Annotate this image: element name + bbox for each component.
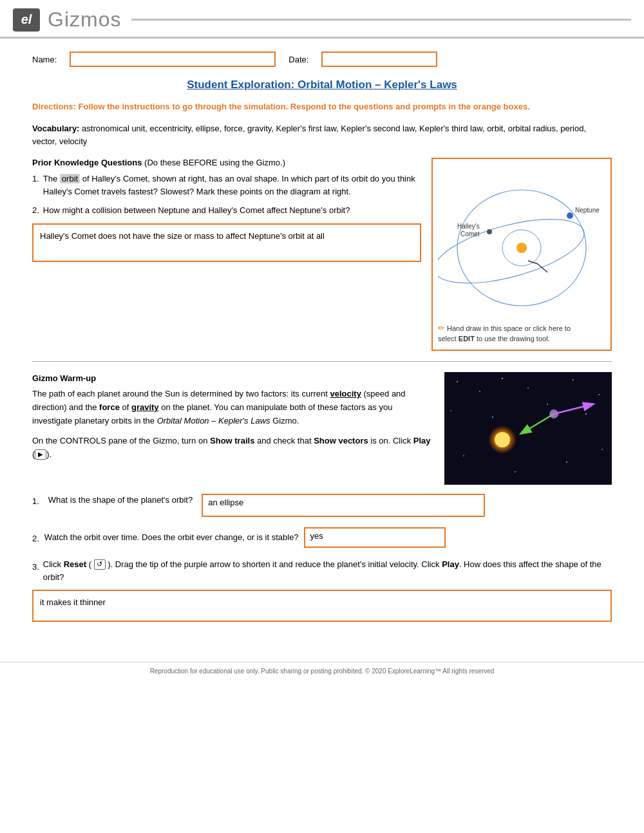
svg-point-1 [516, 243, 527, 253]
warmup-controls: On the CONTROLS pane of the Gizmo, turn … [32, 435, 434, 462]
list-item: 2. How might a collision between Neptune… [32, 204, 421, 217]
q2-answer-box[interactable]: yes [304, 527, 446, 548]
prior-knowledge-section: Prior Knowledge Questions (Do these BEFO… [32, 158, 612, 351]
page-title: Student Exploration: Orbital Motion – Ke… [32, 79, 612, 91]
page-footer: Reproduction for educational use only. P… [0, 662, 644, 680]
svg-point-5 [567, 212, 573, 219]
directions-text: Directions: Follow the instructions to g… [32, 100, 612, 113]
warmup-q3-section: 3. Click Reset ( ↺ ). Drag the tip of th… [32, 558, 612, 622]
svg-text:Comet: Comet [460, 230, 480, 238]
q3-answer-box[interactable]: it makes it thinner [32, 590, 612, 622]
q2-text: Watch the orbit over time. Does the orbi… [44, 532, 299, 542]
svg-rect-12 [444, 372, 612, 485]
svg-point-15 [502, 378, 503, 379]
name-date-row: Name: Date: [32, 51, 612, 67]
name-label: Name: [32, 55, 57, 64]
svg-point-25 [566, 462, 567, 463]
svg-rect-0 [438, 164, 605, 312]
prior-knowledge-list: 1. The orbit of Halley's Comet, shown at… [32, 173, 421, 217]
name-input[interactable] [70, 51, 276, 67]
date-input[interactable] [321, 51, 437, 67]
section-divider [32, 361, 612, 362]
main-content: Name: Date: Student Exploration: Orbital… [0, 39, 644, 642]
svg-point-21 [547, 404, 548, 405]
prior-knowledge-subheader: (Do these BEFORE using the Gizmo.) [144, 158, 285, 167]
prior-knowledge-left: Prior Knowledge Questions (Do these BEFO… [32, 158, 421, 351]
q3-num: 3. [32, 558, 39, 585]
answer-box-q2[interactable]: Halley's Comet does not have the size or… [32, 223, 421, 262]
svg-point-19 [450, 410, 451, 411]
svg-point-16 [527, 388, 529, 389]
reset-icon: ↺ [94, 559, 106, 570]
svg-text:Halley's: Halley's [457, 223, 480, 230]
prior-knowledge-header: Prior Knowledge Questions (Do these BEFO… [32, 158, 421, 167]
svg-text:Neptune: Neptune [575, 207, 600, 214]
orbit-image-box[interactable]: Neptune Halley's Comet ✏ Hand draw in th… [431, 158, 612, 351]
warmup-section: Gizmo Warm-up The path of each planet ar… [32, 372, 612, 485]
date-label: Date: [289, 55, 308, 64]
list-item: 1. The orbit of Halley's Comet, shown at… [32, 173, 421, 198]
app-title: Gizmos [48, 8, 121, 32]
svg-point-22 [585, 413, 587, 415]
svg-point-7 [487, 229, 492, 234]
q1-num: 1. [32, 494, 39, 506]
svg-point-24 [515, 471, 516, 473]
warmup-text: Gizmo Warm-up The path of each planet ar… [32, 372, 434, 485]
warmup-q2-row: 2. Watch the orbit over time. Does the o… [32, 527, 612, 548]
svg-point-18 [598, 394, 600, 395]
page-header: el Gizmos [0, 0, 644, 39]
svg-point-14 [479, 391, 480, 392]
vocab-label: Vocabulary: [32, 124, 79, 133]
orbit-highlight: orbit [60, 174, 80, 183]
warmup-q1-row: 1. What is the shape of the planet's orb… [32, 494, 612, 517]
warmup-body: The path of each planet around the Sun i… [32, 388, 434, 427]
orbit-caption: ✏ Hand draw in this space or click here … [438, 323, 605, 344]
header-divider [131, 19, 631, 21]
svg-point-13 [457, 381, 458, 382]
warmup-q3-text: 3. Click Reset ( ↺ ). Drag the tip of th… [32, 558, 612, 585]
warmup-title: Gizmo Warm-up [32, 372, 434, 386]
q2-num: 2. [32, 531, 39, 543]
svg-point-26 [601, 449, 603, 450]
orbit-svg: Neptune Halley's Comet [438, 164, 605, 319]
svg-point-20 [492, 416, 493, 418]
play-icon: ▶ [35, 449, 46, 460]
vocabulary-section: Vocabulary: astronomical unit, eccentric… [32, 122, 612, 149]
warmup-gizmo-image [444, 372, 612, 485]
vocab-terms: astronomical unit, eccentricity, ellipse… [32, 124, 586, 147]
orbit-diagram-container: Neptune Halley's Comet ✏ Hand draw in th… [431, 158, 612, 351]
svg-point-23 [463, 455, 464, 456]
svg-point-17 [573, 379, 574, 380]
q1-answer-box[interactable]: an ellipse [202, 494, 485, 517]
q1-text: What is the shape of the planet's orbit? [48, 494, 193, 507]
svg-point-28 [495, 432, 510, 447]
logo-icon: el [13, 8, 40, 32]
